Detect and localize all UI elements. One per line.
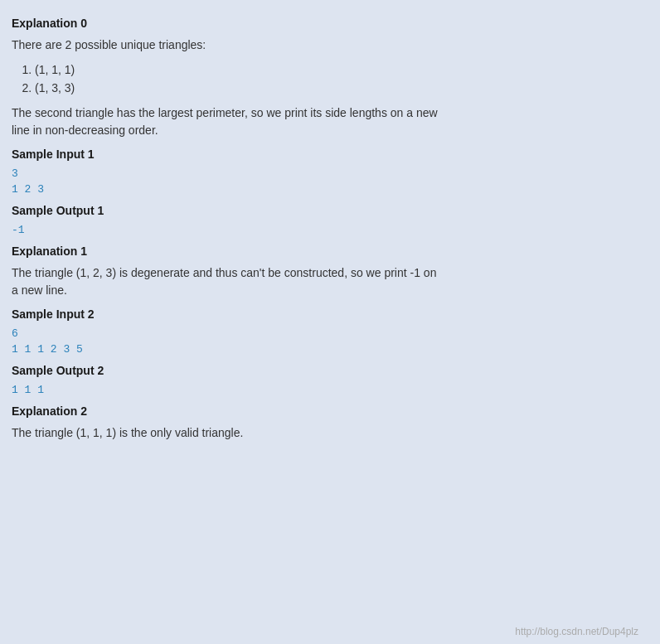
sample-output1-value: -1	[12, 224, 648, 236]
sample-output2-value: 1 1 1	[12, 384, 648, 396]
page-wrapper: Explanation 0 There are 2 possible uniqu…	[12, 17, 648, 644]
sample-input1-title: Sample Input 1	[12, 148, 648, 161]
sample-input1-line1: 3	[12, 167, 648, 180]
explanation0-title: Explanation 0	[12, 17, 648, 30]
sample-output1-section: Sample Output 1 -1	[12, 204, 648, 236]
explanation0-intro: There are 2 possible unique triangles:	[12, 36, 648, 54]
list-item-1: (1, 1, 1)	[35, 61, 648, 79]
sample-input1-section: Sample Input 1 3 1 2 3	[12, 148, 648, 196]
sample-input1-line2: 1 2 3	[12, 183, 648, 196]
explanation0-list: (1, 1, 1) (1, 3, 3)	[35, 61, 648, 98]
explanation2-body: The triangle (1, 1, 1) is the only valid…	[12, 424, 648, 442]
explanation0-body: The second triangle has the largest peri…	[12, 104, 648, 139]
explanation2-title: Explanation 2	[12, 404, 648, 418]
list-item-2: (1, 3, 3)	[35, 79, 648, 97]
watermark: http://blog.csdn.net/Dup4plz	[515, 626, 638, 637]
explanation2-section: Explanation 2 The triangle (1, 1, 1) is …	[12, 404, 648, 442]
explanation1-title: Explanation 1	[12, 245, 648, 258]
sample-input2-section: Sample Input 2 6 1 1 1 2 3 5	[12, 307, 648, 356]
explanation0-section: Explanation 0 There are 2 possible uniqu…	[12, 17, 648, 139]
explanation1-section: Explanation 1 The triangle (1, 2, 3) is …	[12, 245, 648, 299]
sample-input2-title: Sample Input 2	[12, 307, 648, 321]
explanation1-body: The triangle (1, 2, 3) is degenerate and…	[12, 264, 648, 299]
sample-output2-title: Sample Output 2	[12, 364, 648, 377]
sample-output2-section: Sample Output 2 1 1 1	[12, 364, 648, 396]
sample-input2-line2: 1 1 1 2 3 5	[12, 343, 648, 356]
sample-output1-title: Sample Output 1	[12, 204, 648, 217]
sample-input2-line1: 6	[12, 327, 648, 340]
